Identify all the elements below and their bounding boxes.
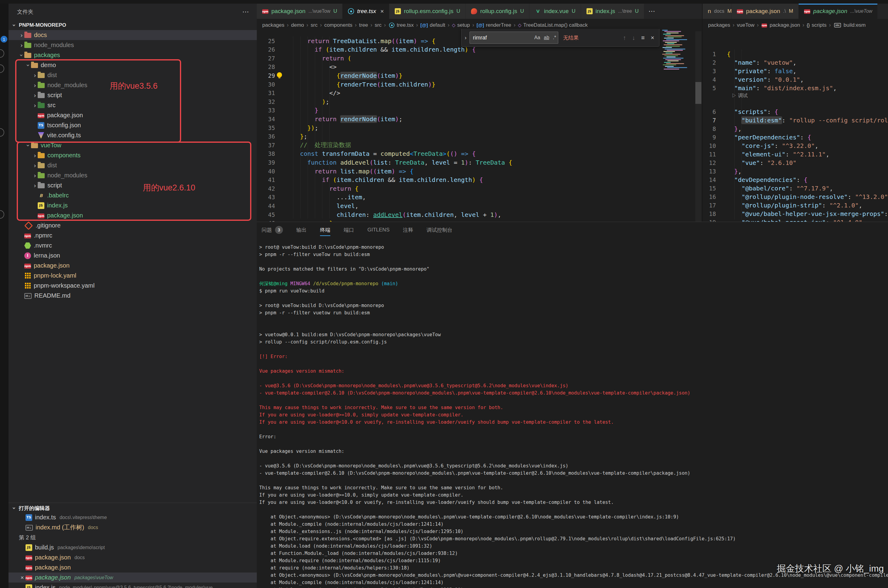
breadcrumb-TreeDataList.map() callback[interactable]: ◇TreeDataList.map() callback [518, 22, 588, 28]
line-number: 37 [257, 142, 275, 148]
whole-word-icon[interactable]: ab [544, 35, 550, 40]
tree-item-node_modules[interactable]: ›node_modules [9, 170, 257, 180]
regex-icon[interactable]: .* [553, 35, 556, 40]
find-next-icon[interactable]: ↓ [632, 34, 635, 41]
explorer-more-actions-icon[interactable]: ⋯ [242, 8, 249, 16]
tree-item-vite.config.ts[interactable]: vite.config.ts [9, 130, 257, 140]
panel-tab-终端[interactable]: 终端 [320, 224, 331, 236]
editor-scrollbar-thumb[interactable] [695, 82, 702, 104]
tab-package.json[interactable]: package.json...\vueTowU [257, 4, 343, 19]
breadcrumb-demo[interactable]: demo [291, 22, 304, 28]
find-input[interactable] [470, 34, 532, 41]
line-number: 33 [257, 107, 275, 114]
breadcrumb-package.json[interactable]: package.json [761, 22, 800, 28]
tree-item-dist[interactable]: ›dist [9, 160, 257, 170]
code-editor-tree-tsx[interactable]: 25 return TreeDataList.map((item) => {26… [257, 31, 702, 222]
tree-item-docs[interactable]: ›docs [9, 30, 257, 40]
tree-item-.gitignore[interactable]: .gitignore [9, 220, 257, 231]
close-icon[interactable]: × [19, 574, 26, 581]
tree-item-package.json[interactable]: package.jsonU [9, 210, 257, 220]
tab-tree.tsx[interactable]: tree.tsx× [343, 4, 389, 19]
code-line: 34 return renderNode(item); [257, 114, 702, 123]
panel-tab-输出[interactable]: 输出 [296, 224, 307, 236]
tree-item-pnpm-workspace.yaml[interactable]: pnpm-workspace.yaml [9, 280, 257, 291]
match-case-icon[interactable]: Aa [534, 35, 540, 40]
open-editors-header[interactable]: › 打开的编辑器 [9, 504, 257, 513]
code-text: "element-ui": "^2.11.1", [727, 151, 829, 158]
tree-item-tsconfig.json[interactable]: tsconfig.json [9, 120, 257, 130]
breadcrumb-tree[interactable]: tree [359, 22, 368, 28]
tree-item-node_modules[interactable]: ›node_modules [9, 40, 257, 50]
open-editor-index.ts[interactable]: index.tsdocs\.vitepress\theme [9, 512, 257, 522]
tab-close-icon[interactable]: × [380, 8, 384, 15]
panel-tab-端口[interactable]: 端口 [344, 224, 354, 236]
breadcrumb-vueTow[interactable]: vueTow [737, 22, 754, 28]
tree-item-script[interactable]: ›script [9, 180, 257, 190]
activity-bar[interactable]: 1 [0, 4, 9, 588]
open-editor-build.js[interactable]: build.jspackages\demo\script [9, 543, 257, 552]
code-editor-package-json[interactable]: 1{2 "name": "vuetow",3 "private": false,… [703, 31, 888, 222]
editor-scrollbar-track[interactable] [695, 31, 702, 222]
tree-item-lerna.json[interactable]: lerna.json [9, 250, 257, 261]
find-in-selection-icon[interactable]: ≡ [641, 34, 645, 41]
breadcrumb-src[interactable]: src [311, 22, 318, 28]
find-prev-icon[interactable]: ↑ [623, 34, 626, 41]
open-editor-package.json[interactable]: package.jsondocsM [9, 552, 257, 562]
panel-tab-调试控制台[interactable]: 调试控制台 [427, 224, 452, 236]
breadcrumb-scripts[interactable]: {}scripts [807, 22, 826, 28]
tree-item-demo[interactable]: ›demo [9, 60, 257, 70]
tree-item-package.json[interactable]: package.jsonM [9, 261, 257, 271]
terminal-line: at Object.<anonymous> (D:\vsCode\pnpm-mo… [259, 513, 888, 520]
breadcrumb-renderTree[interactable]: [@]renderTree [476, 22, 511, 28]
tree-item-script[interactable]: ›script [9, 90, 257, 100]
tree-item-src[interactable]: ›src [9, 100, 257, 110]
tree-item-.nvmrc[interactable]: .nvmrc [9, 240, 257, 250]
tab-label: package.json [271, 8, 305, 15]
open-editor-index.md (工作树)[interactable]: index.md (工作树)docs3 [9, 522, 257, 532]
tree-item-.babelrc[interactable]: .babelrcU [9, 190, 257, 201]
breadcrumb-label: vueTow [737, 22, 754, 28]
tree-item-components[interactable]: ›components [9, 150, 257, 160]
breadcrumb-tree.tsx[interactable]: tree.tsx [388, 22, 414, 28]
code-text: if (item.children && item.children.lengt… [285, 176, 483, 183]
codelens-debug-link[interactable]: ▷ 调试 [732, 93, 748, 99]
panel-tab-注释[interactable]: 注释 [403, 224, 413, 236]
tab-rollup.config.js[interactable]: rollup.config.jsU [466, 4, 529, 19]
open-editor-index.js[interactable]: index.jsnode_modules\.pnpm\vue@3.5.6_typ… [9, 582, 257, 588]
code-token: map [380, 38, 391, 45]
breadcrumb-packages[interactable]: packages [262, 22, 284, 28]
tab-rollup.esm.config.js[interactable]: rollup.esm.config.jsU [389, 4, 466, 19]
tree-item-dist[interactable]: ›dist [9, 70, 257, 80]
tab-package.json[interactable]: package.json...\vueTow [799, 4, 877, 19]
tab-index.js[interactable]: index.js...\treeU [581, 4, 644, 19]
breadcrumb-build:esm[interactable]: build:esm [833, 22, 866, 28]
code-token[interactable]: addLevel [373, 211, 403, 218]
panel-tab-问题[interactable]: 问题3 [261, 224, 283, 236]
fi-js-icon [38, 202, 44, 209]
more-tabs-icon[interactable]: ⋯ [644, 4, 660, 19]
tab-index.vue[interactable]: index.vueU [529, 4, 581, 19]
tree-item-packages[interactable]: ›packages [9, 50, 257, 60]
open-editor-package.json[interactable]: package.jsonM [9, 562, 257, 573]
find-close-icon[interactable]: × [651, 34, 654, 41]
minimap[interactable] [661, 30, 688, 70]
tree-item-package.json[interactable]: package.json [9, 110, 257, 120]
tree-item-index.js[interactable]: index.jsU [9, 201, 257, 210]
tab-n[interactable]: ndocsM [703, 4, 732, 19]
find-expand-icon[interactable]: › [461, 34, 470, 41]
tree-item-.npmrc[interactable]: .npmrc [9, 231, 257, 240]
tree-item-vueTow[interactable]: ›vueTow [9, 140, 257, 150]
tree-item-pnpm-lock.yaml[interactable]: pnpm-lock.yamlM [9, 271, 257, 280]
breadcrumb-packages[interactable]: packages [708, 22, 730, 28]
tree-item-node_modules[interactable]: ›node_modules [9, 80, 257, 90]
open-editor-package.json[interactable]: ×package.jsonpackages\vueTowU [9, 573, 257, 582]
breadcrumb-src[interactable]: src [375, 22, 382, 28]
breadcrumb-setup[interactable]: ◇setup [452, 22, 470, 28]
explorer-section-root[interactable]: › PNPM-MONOREPO [9, 21, 257, 30]
tree-item-label: node_modules [34, 42, 74, 49]
tab-package.json[interactable]: package.json.\M [732, 4, 799, 19]
tree-item-README.md[interactable]: README.md [9, 291, 257, 301]
breadcrumb-default[interactable]: [@]default [420, 22, 445, 28]
panel-tab-GITLENS[interactable]: GITLENS [367, 224, 389, 236]
breadcrumb-components[interactable]: components [324, 22, 353, 28]
